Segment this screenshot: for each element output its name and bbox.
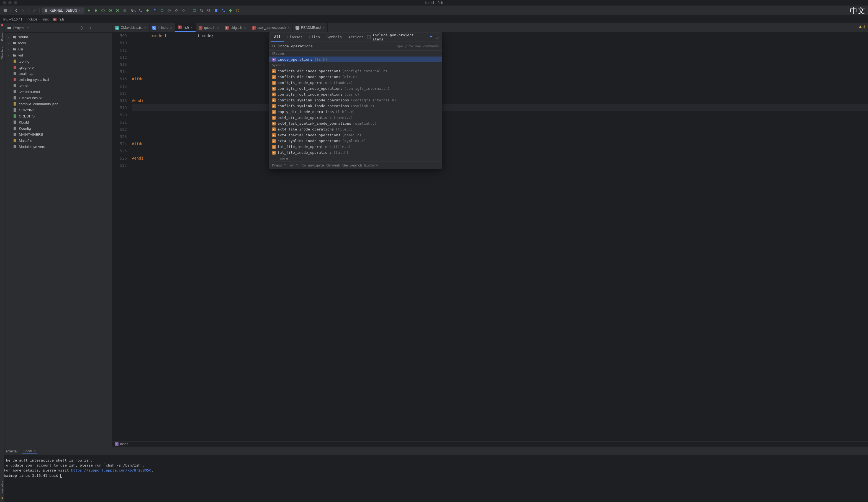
bc-item[interactable]: linux-3.16.41 — [3, 18, 22, 21]
pin-icon[interactable] — [434, 34, 440, 40]
close-icon[interactable]: × — [288, 25, 290, 30]
window-controls[interactable] — [0, 1, 17, 4]
search-icon[interactable] — [199, 8, 205, 13]
close-icon[interactable]: × — [144, 25, 146, 30]
search-result-item[interactable]: cempty_dir_inode_operations (libfs.c) — [269, 109, 442, 115]
include-nonproject-checkbox[interactable]: Include non-project items — [367, 33, 426, 41]
tree-item[interactable]: COPYING — [4, 107, 112, 113]
search-result-item[interactable]: cext4_file_inode_operations (file.c) — [269, 126, 442, 132]
search-tab-actions[interactable]: Actions — [345, 32, 367, 42]
git-push-icon[interactable] — [152, 8, 158, 13]
search-result-item[interactable]: cconfigfs_symlink_inode_operations (syml… — [269, 103, 442, 109]
tree-item[interactable]: CMakeLists.txt — [4, 95, 112, 101]
search-result-item[interactable]: cconfigfs_root_inode_operations (dir.c) — [269, 91, 442, 97]
tree-item[interactable]: .missing-syscalls.d — [4, 76, 112, 83]
rail-structure[interactable]: Structure — [1, 47, 4, 59]
nav-back-icon[interactable] — [13, 8, 19, 13]
search-input[interactable] — [278, 44, 393, 48]
git-history-icon[interactable] — [166, 8, 172, 13]
search-result-item[interactable]: cext4_fast_symlink_inode_operations (sym… — [269, 121, 442, 126]
code-line[interactable]: #endi — [132, 97, 868, 104]
tree-item[interactable]: ›tools — [4, 40, 112, 46]
add-terminal-icon[interactable]: + — [41, 449, 43, 453]
close-icon[interactable]: × — [217, 25, 219, 30]
nav-forward-icon[interactable] — [20, 8, 26, 13]
tree-item[interactable]: compile_commands.json — [4, 101, 112, 107]
run-alt-icon[interactable] — [114, 8, 121, 13]
search-tab-classes[interactable]: Classes — [284, 32, 306, 42]
run-config-selector[interactable]: KERNEL | DEBUG — [42, 8, 84, 13]
structure-breadcrumb[interactable]: s inode — [112, 441, 868, 447]
hide-icon[interactable] — [103, 25, 110, 31]
tree-item[interactable]: Kconfig — [4, 125, 112, 131]
project-tree[interactable]: ›sound›tools›usr›virt.config.gitignore.m… — [4, 33, 112, 447]
tree-item[interactable]: .mailmap — [4, 70, 112, 76]
search-result-item[interactable]: cconfigfs_dir_inode_operations (dir.c) — [269, 74, 442, 80]
code-line[interactable]: umode_t i_mode; — [132, 32, 868, 39]
stop-icon[interactable] — [122, 8, 128, 13]
tree-item[interactable]: .version — [4, 83, 112, 89]
bc-item[interactable]: fs.h — [59, 18, 64, 21]
search-result-item[interactable]: cconfigfs_inode_operations (inode.c) — [269, 80, 442, 85]
editor-tab[interactable]: ◇README.md× — [293, 23, 328, 32]
profile-icon[interactable] — [107, 8, 113, 13]
code-line[interactable] — [132, 133, 868, 140]
code-line[interactable] — [132, 111, 868, 119]
code-line[interactable] — [132, 39, 868, 47]
editor-tab[interactable]: huser_namespace.h× — [249, 23, 292, 32]
filter-icon[interactable] — [428, 34, 434, 40]
editor-tab[interactable]: Cinline.c× — [149, 23, 175, 32]
rail-project[interactable]: Project — [1, 32, 4, 41]
code-line[interactable] — [132, 61, 868, 68]
terminal-tab[interactable]: Local × — [22, 448, 38, 454]
close-icon[interactable]: × — [322, 25, 324, 30]
star-icon[interactable]: ★ — [1, 496, 3, 500]
search-result-item[interactable]: cfat_file_inode_operations (file.c) — [269, 144, 442, 150]
search-result-item[interactable]: cext4_symlink_inode_operations (symlink.… — [269, 138, 442, 144]
code-line[interactable]: #ifde — [132, 140, 868, 147]
editor-tab[interactable]: ▲CMakeLists.txt× — [112, 23, 149, 32]
code-line[interactable] — [132, 104, 868, 111]
chevron-down-icon[interactable] — [27, 27, 29, 29]
coverage-icon[interactable] — [100, 8, 106, 13]
code-with-me-icon[interactable] — [192, 8, 197, 13]
search-result-item[interactable]: cconfigfs_root_inode_operations (configf… — [269, 85, 442, 91]
code-line[interactable] — [132, 147, 868, 155]
menu-icon[interactable] — [2, 8, 8, 13]
code-line[interactable] — [132, 162, 868, 169]
search-result-item[interactable]: cconfigfs_symlink_inode_operations (conf… — [269, 97, 442, 103]
tree-item[interactable]: ›sound — [4, 34, 112, 40]
code-lines[interactable]: umode_t i_mode; #ifde #endi #ifde #endi — [132, 32, 868, 441]
close-window-icon[interactable] — [3, 1, 6, 4]
git-rollback-icon[interactable] — [173, 8, 179, 13]
search-tab-all[interactable]: All — [271, 32, 284, 42]
stop-index-icon[interactable] — [31, 8, 37, 13]
bug-icon[interactable] — [93, 8, 99, 13]
code-line[interactable] — [132, 126, 868, 133]
search-result-item[interactable]: cext4_dir_inode_operations (namei.c) — [269, 115, 442, 121]
rail-favorites[interactable]: Favorites — [1, 481, 4, 493]
bc-item[interactable]: include — [27, 18, 38, 21]
plugin2-icon[interactable] — [220, 8, 226, 13]
tree-item[interactable]: Makefile — [4, 137, 112, 144]
collapse-icon[interactable] — [87, 25, 93, 31]
more-icon[interactable] — [95, 25, 101, 31]
run-icon[interactable] — [85, 8, 92, 13]
code-line[interactable] — [132, 54, 868, 61]
close-icon[interactable]: × — [190, 25, 193, 30]
code-line[interactable]: #endi — [132, 155, 868, 162]
zoom-window-icon[interactable] — [14, 1, 17, 4]
close-icon[interactable]: × — [244, 25, 246, 30]
tree-item[interactable]: MAINTAINERS — [4, 131, 112, 137]
tree-item[interactable]: ›usr — [4, 46, 112, 52]
terminal-output[interactable]: The default interactive shell is now zsh… — [0, 455, 868, 502]
search-result-item[interactable]: cconfigfs_dir_inode_operations (configfs… — [269, 68, 442, 74]
plugin3-icon[interactable] — [227, 8, 234, 13]
editor-tab[interactable]: hfs.h× — [175, 23, 196, 32]
code-line[interactable]: #ifde — [132, 75, 868, 83]
plugin4-icon[interactable] — [235, 8, 241, 13]
tree-item[interactable]: .gitignore — [4, 64, 112, 70]
warnings-indicator[interactable]: 4 — [858, 25, 865, 29]
editor-tab[interactable]: hquota.h× — [196, 23, 222, 32]
minimize-window-icon[interactable] — [8, 1, 12, 4]
